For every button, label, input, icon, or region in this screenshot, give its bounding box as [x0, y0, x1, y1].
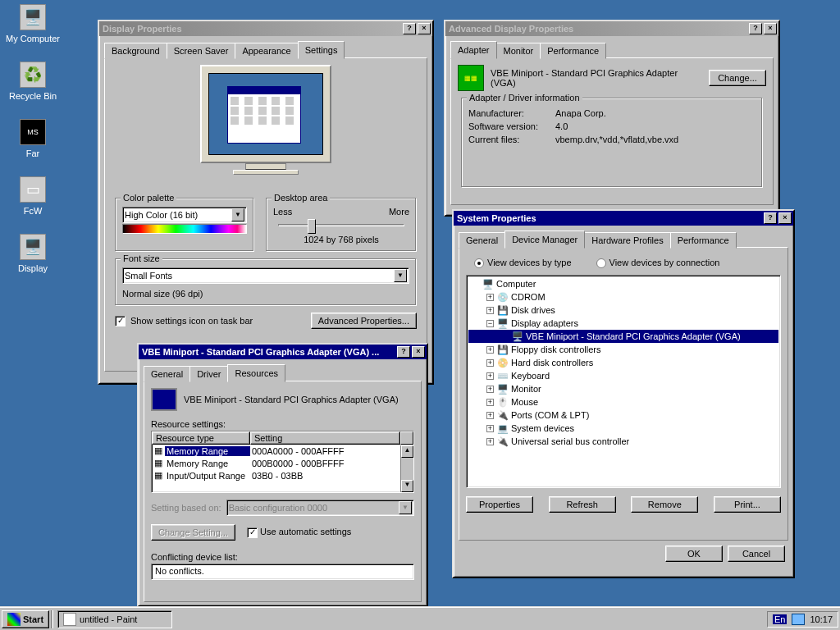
tray-display-icon[interactable]: [792, 614, 805, 625]
use-auto-checkbox[interactable]: ✓ Use automatic settings: [247, 527, 351, 538]
tab-content: Color palette High Color (16 bit) ▼ Desk…: [104, 57, 427, 372]
show-icon-checkbox[interactable]: ✓: [115, 316, 126, 326]
resource-setting: 03B0 - 03BB: [250, 471, 400, 481]
tree-item[interactable]: +💿CDROM: [468, 290, 778, 304]
resource-type[interactable]: Memory Range: [165, 446, 250, 456]
system-tray[interactable]: En 10:17: [767, 611, 838, 628]
chevron-down-icon[interactable]: ▼: [394, 269, 407, 282]
close-button[interactable]: ×: [418, 23, 431, 34]
tree-expand-icon[interactable]: +: [486, 438, 494, 445]
tree-item[interactable]: −🖥️Display adapters: [468, 317, 778, 330]
color-palette-dropdown[interactable]: High Color (16 bit) ▼: [122, 207, 247, 223]
help-button[interactable]: ?: [764, 212, 777, 224]
tab-resources[interactable]: Resources: [227, 364, 285, 382]
tree-expand-icon[interactable]: +: [486, 412, 494, 419]
ok-button[interactable]: OK: [665, 546, 723, 562]
advanced-display-window[interactable]: Advanced Display Properties ? × Adapter …: [444, 20, 780, 217]
tree-item[interactable]: +💻System devices: [468, 422, 778, 435]
tab-adapter[interactable]: Adapter: [450, 41, 497, 59]
tree-item[interactable]: +🖥️Monitor: [468, 382, 778, 395]
resolution-slider[interactable]: [273, 217, 409, 233]
resource-list[interactable]: Resource type Setting ▦Memory Range000A0…: [151, 431, 414, 493]
tree-expand-icon[interactable]: +: [486, 346, 494, 354]
taskbar-task-paint[interactable]: untitled - Paint: [57, 610, 172, 628]
device-icon: 🔌: [496, 409, 509, 422]
col-resource-type[interactable]: Resource type: [152, 431, 250, 445]
desktop-icon-display[interactable]: 🖥️Display: [4, 234, 62, 273]
titlebar[interactable]: VBE Miniport - Standard PCI Graphics Ada…: [139, 345, 427, 359]
device-tree[interactable]: 🖥️Computer+💿CDROM+💾Disk drives−🖥️Display…: [466, 275, 781, 488]
start-button[interactable]: Start: [2, 610, 49, 628]
tab-driver[interactable]: Driver: [189, 366, 228, 382]
files-label: Current files:: [468, 133, 555, 146]
close-button[interactable]: ×: [412, 346, 425, 358]
close-button[interactable]: ×: [778, 212, 792, 224]
tabs: Adapter Monitor Performance: [450, 43, 774, 59]
chevron-down-icon[interactable]: ▼: [231, 208, 244, 221]
tree-item[interactable]: +🖱️Mouse: [468, 395, 778, 409]
tab-appearance[interactable]: Appearance: [235, 43, 298, 59]
tab-general[interactable]: General: [459, 232, 505, 249]
tree-item[interactable]: 🖥️Computer: [468, 277, 778, 290]
tab-hardware-profiles[interactable]: Hardware Profiles: [584, 232, 670, 249]
tree-item[interactable]: +📀Hard disk controllers: [468, 356, 778, 369]
tree-expand-icon[interactable]: +: [486, 399, 494, 406]
titlebar[interactable]: System Properties ? ×: [454, 211, 793, 226]
tree-expand-icon[interactable]: +: [486, 307, 494, 314]
tab-performance[interactable]: Performance: [540, 43, 606, 59]
help-button[interactable]: ?: [397, 346, 410, 358]
col-setting[interactable]: Setting: [250, 431, 400, 445]
scrollbar[interactable]: ▲ ▼: [400, 445, 413, 492]
display-properties-window[interactable]: Display Properties ? × Background Screen…: [98, 20, 434, 385]
advanced-properties-button[interactable]: Advanced Properties...: [311, 313, 417, 329]
font-size-dropdown[interactable]: Small Fonts ▼: [122, 267, 409, 284]
tab-general[interactable]: General: [144, 366, 190, 382]
help-button[interactable]: ?: [749, 23, 762, 34]
taskbar[interactable]: Start untitled - Paint En 10:17: [0, 607, 840, 630]
tree-item[interactable]: +⌨️Keyboard: [468, 369, 778, 382]
tree-item[interactable]: +💾Disk drives: [468, 304, 778, 317]
tab-monitor[interactable]: Monitor: [496, 43, 541, 59]
change-button[interactable]: Change...: [709, 70, 766, 86]
titlebar[interactable]: Display Properties ? ×: [99, 21, 432, 36]
desktop-icon-my-computer[interactable]: 🖥️My Computer: [4, 4, 62, 43]
view-connection-radio[interactable]: View devices by connection: [596, 258, 720, 268]
properties-button[interactable]: Properties: [466, 496, 533, 513]
resource-row[interactable]: ▦Input/Output Range03B0 - 03BB: [152, 469, 413, 482]
tree-item[interactable]: 🖥️VBE Miniport - Standard PCI Graphics A…: [468, 330, 778, 343]
resource-row[interactable]: ▦Memory Range000B0000 - 000BFFFF: [152, 457, 413, 469]
tree-expand-icon[interactable]: +: [486, 425, 494, 432]
help-button[interactable]: ?: [403, 23, 416, 34]
tree-item[interactable]: +🔌Ports (COM & LPT): [468, 409, 778, 422]
cancel-button[interactable]: Cancel: [728, 546, 785, 562]
tree-expand-icon[interactable]: −: [486, 320, 494, 327]
system-properties-window[interactable]: System Properties ? × General Device Man…: [452, 209, 795, 578]
tree-expand-icon[interactable]: +: [486, 359, 494, 367]
resource-row[interactable]: ▦Memory Range000A0000 - 000AFFFF: [152, 445, 413, 457]
titlebar[interactable]: Advanced Display Properties ? ×: [445, 21, 778, 36]
desktop-icon-far[interactable]: MSFar: [4, 119, 62, 158]
resource-setting: 000A0000 - 000AFFFF: [250, 446, 400, 456]
tab-background[interactable]: Background: [104, 43, 167, 59]
refresh-button[interactable]: Refresh: [549, 496, 616, 513]
tab-performance[interactable]: Performance: [670, 232, 737, 249]
tree-item[interactable]: +🔌Universal serial bus controller: [468, 435, 778, 448]
close-button[interactable]: ×: [764, 23, 777, 34]
vbe-properties-window[interactable]: VBE Miniport - Standard PCI Graphics Ada…: [137, 343, 428, 607]
tree-expand-icon[interactable]: +: [486, 386, 494, 393]
tree-item[interactable]: +💾Floppy disk controllers: [468, 343, 778, 356]
tab-screensaver[interactable]: Screen Saver: [167, 43, 236, 59]
tree-expand-icon[interactable]: +: [486, 294, 494, 301]
resource-type[interactable]: Memory Range: [165, 459, 250, 468]
resource-type[interactable]: Input/Output Range: [165, 471, 250, 481]
remove-button[interactable]: Remove: [631, 496, 698, 513]
desktop-icon-recycle-bin[interactable]: ♻️Recycle Bin: [4, 62, 62, 101]
tab-settings[interactable]: Settings: [298, 41, 345, 59]
device-icon: 🖥️: [496, 382, 509, 395]
tree-expand-icon[interactable]: +: [486, 372, 494, 380]
print-button[interactable]: Print...: [714, 496, 781, 513]
desktop-icon-fcw[interactable]: ▭FcW: [4, 176, 62, 216]
tab-device-manager[interactable]: Device Manager: [504, 231, 585, 249]
language-indicator[interactable]: En: [773, 614, 787, 624]
view-type-radio[interactable]: View devices by type: [474, 258, 572, 268]
